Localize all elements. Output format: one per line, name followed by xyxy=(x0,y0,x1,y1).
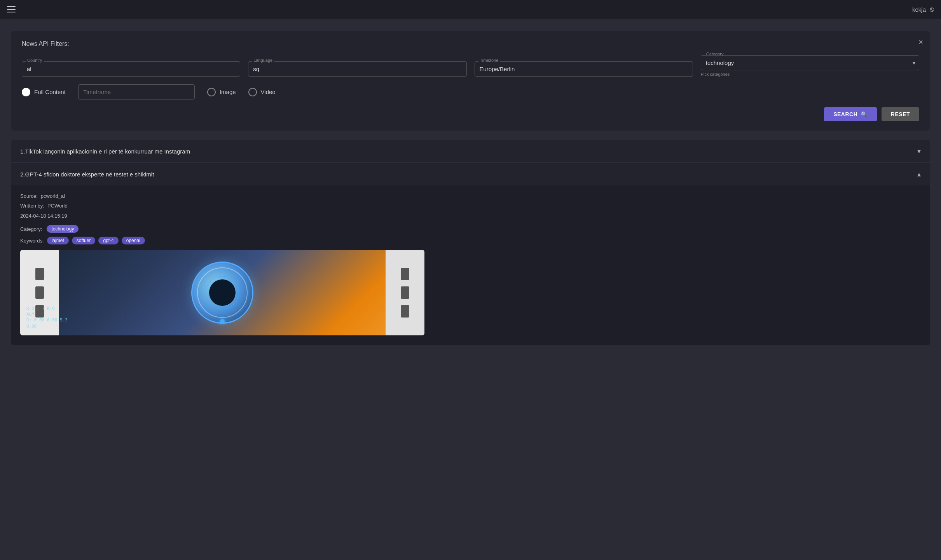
news-list: 1.TikTok lançonin aplikacionin e ri për … xyxy=(11,140,930,345)
reset-button[interactable]: RESET xyxy=(882,107,919,121)
main-content: News API Filters: × Country Language Tim… xyxy=(0,19,941,358)
category-row: Category: technology xyxy=(20,225,921,233)
toggle-row: Full Content Image Video xyxy=(22,84,919,99)
topbar-left xyxy=(7,5,16,14)
device-side-right xyxy=(386,250,424,335)
pick-categories-hint: Pick categories xyxy=(701,72,919,77)
date-row: 2024-04-18 14:15:19 xyxy=(20,211,921,220)
keyword-badge-lajmet: lajmet xyxy=(47,237,69,244)
keyword-badge-openai: openai xyxy=(122,237,145,244)
source-row: Source: pcworld_al xyxy=(20,192,921,201)
image-toggle[interactable]: Image xyxy=(207,88,236,96)
username-label: kekja xyxy=(912,6,926,13)
image-label: Image xyxy=(220,89,236,95)
timeframe-field xyxy=(78,84,195,99)
written-by-row: Written by: PCWorld xyxy=(20,201,921,210)
keyword-badge-softuer: softuer xyxy=(72,237,96,244)
eye-graphic: R:0 ( ) K:0 ALM R: 0.00 0 00 5.3 0.00 xyxy=(20,250,424,335)
video-toggle[interactable]: Video xyxy=(248,88,276,96)
source-value: pcworld_al xyxy=(41,192,65,201)
timeframe-input[interactable] xyxy=(78,84,195,99)
full-content-radio[interactable] xyxy=(22,88,30,96)
language-field: Language xyxy=(248,61,466,77)
eye-pupil xyxy=(209,279,236,306)
filter-fields-row: Country Language Timezone Category techn… xyxy=(22,55,919,77)
date-value: 2024-04-18 14:15:19 xyxy=(20,211,67,220)
language-input[interactable] xyxy=(248,61,466,77)
category-select-wrapper: technology sports business entertainment… xyxy=(701,55,919,70)
timezone-field: Timezone xyxy=(475,61,693,77)
written-by-value: PCWorld xyxy=(47,201,68,210)
eye-circle xyxy=(191,262,253,324)
search-button[interactable]: SEARCH 🔍 xyxy=(824,107,877,121)
timezone-input[interactable] xyxy=(475,61,693,77)
news-item-2: 2.GPT-4 sfidon doktorë ekspertë në teste… xyxy=(11,163,930,345)
topbar-right: kekja ⎋ xyxy=(912,5,934,14)
news-image: R:0 ( ) K:0 ALM R: 0.00 0 00 5.3 0.00 xyxy=(20,250,424,335)
news-item-1: 1.TikTok lançonin aplikacionin e ri për … xyxy=(11,140,930,163)
overlay-text: R:0 ( ) K:0 ALM R: 0.00 0 00 5.3 0.00 xyxy=(26,305,68,330)
news-meta: Source: pcworld_al Written by: PCWorld 2… xyxy=(20,192,921,220)
news-item-1-title: 1.TikTok lançonin aplikacionin e ri për … xyxy=(20,148,190,155)
filter-card-title: News API Filters: xyxy=(22,40,919,47)
news-item-2-header[interactable]: 2.GPT-4 sfidon doktorë ekspertë në teste… xyxy=(11,163,930,185)
filter-card: News API Filters: × Country Language Tim… xyxy=(11,31,930,131)
category-badge: technology xyxy=(47,225,79,233)
news-item-1-header[interactable]: 1.TikTok lançonin aplikacionin e ri për … xyxy=(11,140,930,162)
news-item-2-expanded: Source: pcworld_al Written by: PCWorld 2… xyxy=(11,185,930,345)
category-select[interactable]: technology sports business entertainment xyxy=(701,55,919,70)
hamburger-menu-icon[interactable] xyxy=(7,5,16,14)
topbar: kekja ⎋ xyxy=(0,0,941,19)
device-button-6 xyxy=(401,305,409,318)
image-radio[interactable] xyxy=(207,88,216,96)
category-prefix: Category: xyxy=(20,226,42,232)
search-icon: 🔍 xyxy=(861,111,868,117)
country-field: Country xyxy=(22,61,240,77)
device-button-5 xyxy=(401,286,409,299)
chevron-up-icon: ▴ xyxy=(917,170,921,178)
video-label: Video xyxy=(261,89,276,95)
full-content-toggle[interactable]: Full Content xyxy=(22,88,66,96)
source-prefix: Source: xyxy=(20,192,38,201)
written-by-prefix: Written by: xyxy=(20,201,44,210)
keywords-prefix: Keywords: xyxy=(20,238,44,244)
chevron-down-icon: ▾ xyxy=(917,147,921,155)
action-row: SEARCH 🔍 RESET xyxy=(22,107,919,121)
category-field: Category technology sports business ente… xyxy=(701,55,919,77)
logout-icon[interactable]: ⎋ xyxy=(930,5,934,14)
dot-indicator xyxy=(220,319,225,324)
news-item-2-title: 2.GPT-4 sfidon doktorë ekspertë në teste… xyxy=(20,171,154,178)
device-button-4 xyxy=(401,268,409,280)
close-button[interactable]: × xyxy=(918,38,923,46)
keywords-row: Keywords: lajmet softuer gpt-4 openai xyxy=(20,237,921,244)
full-content-label: Full Content xyxy=(34,89,66,95)
country-input[interactable] xyxy=(22,61,240,77)
search-label: SEARCH xyxy=(833,111,857,117)
keyword-badge-gpt4: gpt-4 xyxy=(98,237,118,244)
video-radio[interactable] xyxy=(248,88,257,96)
